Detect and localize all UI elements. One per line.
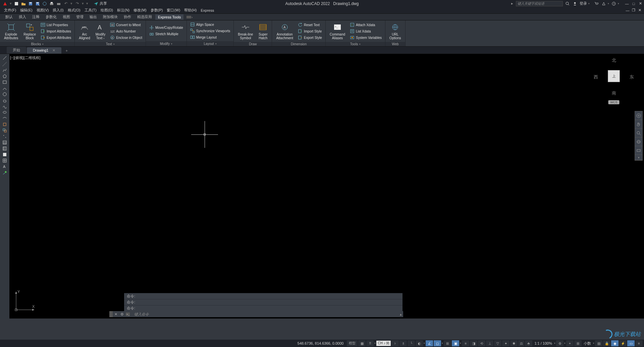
arc-tool-icon[interactable] (2, 85, 8, 91)
cmd-recent-icon[interactable]: ▴ (398, 312, 403, 316)
osnap-tracking-icon[interactable]: ◻ (434, 340, 441, 346)
customization-icon[interactable]: ≡ (635, 340, 643, 346)
hardware-accel-icon[interactable]: ⚡ (619, 340, 627, 346)
orbit-icon[interactable] (635, 137, 642, 146)
annotation-monitor-icon[interactable]: + (566, 340, 574, 346)
gradient-tool-icon[interactable] (2, 146, 8, 151)
status-model-button[interactable]: 模型 (347, 340, 358, 346)
polyline-tool-icon[interactable] (2, 67, 8, 72)
viewcube-east[interactable]: 东 (630, 74, 634, 80)
ribbon-tab-collaborate[interactable]: 协作 (121, 14, 134, 20)
nav-expand-icon[interactable]: ▾ (635, 155, 642, 160)
hatch-tool-icon[interactable] (2, 140, 8, 145)
viewcube-north[interactable]: 北 (612, 57, 616, 63)
search-icon[interactable] (565, 1, 570, 6)
search-input[interactable]: 键入关键字或短语 (516, 1, 563, 6)
mtext-tool-icon[interactable]: A (2, 164, 8, 169)
convert-mtext-button[interactable]: MtConvert to Mtext (109, 22, 144, 28)
login-label[interactable]: 登录 (580, 1, 587, 6)
saveas-icon[interactable] (35, 1, 41, 7)
file-tab-drawing1[interactable]: Drawing1✕ (27, 47, 61, 54)
object-snap-icon[interactable]: ▣ (452, 340, 459, 346)
panel-text-title[interactable]: Text▾ (75, 42, 146, 46)
ribbon-tab-manage[interactable]: 管理 (73, 14, 86, 20)
construction-line-icon[interactable] (2, 61, 8, 66)
scale-dropdown[interactable]: ▾ (554, 342, 555, 345)
workspace-switching-icon[interactable]: ⚙ (556, 340, 564, 346)
panel-modify-title[interactable]: Modify▾ (146, 41, 186, 46)
help-dropdown[interactable]: ▾ (618, 2, 619, 5)
ribbon-tab-annotate[interactable]: 注释 (30, 14, 42, 20)
table-tool-icon[interactable] (2, 158, 8, 163)
attach-xdata-button[interactable]: +Attach Xdata (348, 22, 383, 28)
import-attributes-button[interactable]: Import Attributes (39, 28, 72, 34)
replace-block-button[interactable]: Replace Block (21, 21, 38, 41)
workspace-dropdown[interactable]: ▾ (564, 342, 566, 345)
nav-wheel-icon[interactable] (635, 111, 642, 120)
annotation-attachment-button[interactable]: A Annotation Attachment (274, 21, 295, 41)
menu-modify[interactable]: 修改(M) (133, 8, 147, 13)
units-label[interactable]: 小数 (582, 341, 592, 346)
units-dropdown[interactable]: ▾ (593, 342, 594, 345)
breakline-button[interactable]: Break-line Symbol (236, 21, 255, 41)
menu-help[interactable]: 帮助(H) (184, 8, 197, 13)
web-open-icon[interactable] (42, 1, 48, 7)
enclose-object-button[interactable]: AEnclose in Object (109, 35, 144, 41)
line-tool-icon[interactable] (2, 55, 8, 60)
ribbon-tab-insert[interactable]: 插入 (16, 14, 29, 20)
cmd-input-placeholder[interactable]: 键入命令 (133, 312, 398, 317)
scale-label[interactable]: 1:1 / 100% (533, 341, 553, 345)
polar-dropdown[interactable]: ▾ (424, 342, 425, 345)
plot-icon[interactable] (49, 1, 55, 7)
share-button[interactable]: 共享 (94, 1, 107, 6)
app-menu-icon[interactable] (2, 1, 8, 7)
doc-minimize-button[interactable]: — (625, 8, 630, 13)
polygon-tool-icon[interactable] (2, 73, 8, 78)
ortho-toggle-icon[interactable]: └ (408, 340, 415, 346)
viewcube[interactable]: 北 南 东 西 上 WCS (594, 57, 634, 104)
infer-constraints-icon[interactable]: ⊦ (391, 340, 399, 346)
viewcube-south[interactable]: 南 (612, 90, 616, 96)
ucs-icon[interactable]: Y X (13, 289, 37, 312)
isodraft-icon[interactable]: ∠ (426, 340, 433, 346)
menu-format[interactable]: 格式(O) (68, 8, 80, 13)
grid-toggle-icon[interactable]: ▦ (358, 340, 366, 346)
annotation-visibility-icon[interactable]: ✱ (510, 340, 518, 346)
drawing-area[interactable]: A [−][俯视][二维线框] 北 南 东 西 上 WCS ▾ Y X 命令: … (0, 54, 644, 319)
super-hatch-button[interactable]: Super Hatch (256, 21, 270, 41)
menu-insert[interactable]: 插入(I) (53, 8, 63, 13)
panel-tools-title[interactable]: Tools▾ (326, 42, 385, 46)
ellipse-tool-icon[interactable] (2, 110, 8, 115)
panel-layout-title[interactable]: Layout▾ (187, 41, 234, 46)
ime-indicator[interactable]: CH ♪ 简 (376, 341, 391, 346)
clean-screen-icon[interactable]: ▭ (627, 340, 635, 346)
pan-icon[interactable] (635, 120, 642, 129)
ribbon-options[interactable] (186, 15, 193, 19)
snap-dropdown[interactable]: ▾ (374, 342, 376, 345)
cmd-drag-handle[interactable] (109, 311, 113, 317)
open-icon[interactable] (20, 1, 26, 7)
import-style-button[interactable]: Import Style (297, 28, 323, 34)
explode-attributes-button[interactable]: Explode Attributes (2, 21, 20, 41)
dynamic-input-icon[interactable]: ± (399, 340, 407, 346)
circle-tool-icon[interactable] (2, 92, 8, 97)
selection-filter-icon[interactable]: ▽ (494, 340, 501, 346)
export-style-button[interactable]: Export Style (297, 35, 323, 41)
lock-ui-icon[interactable]: 🔒 (603, 340, 610, 346)
units-icon[interactable]: ⊞ (574, 340, 582, 346)
menu-parametric[interactable]: 参数(P) (151, 8, 163, 13)
undo-icon[interactable]: ↶ (63, 1, 69, 7)
menu-express[interactable]: Express (201, 8, 214, 12)
revcloud-tool-icon[interactable] (2, 98, 8, 103)
ribbon-tab-output[interactable]: 输出 (87, 14, 100, 20)
help-icon[interactable]: ? (611, 1, 616, 6)
polar-tracking-icon[interactable]: ◐ (416, 340, 423, 346)
show-motion-icon[interactable] (635, 146, 642, 155)
menu-view[interactable]: 视图(V) (37, 8, 49, 13)
rectangle-tool-icon[interactable] (2, 79, 8, 84)
quick-properties-icon[interactable]: ▤ (595, 340, 602, 346)
ribbon-tab-parametric[interactable]: 参数化 (43, 14, 59, 20)
viewcube-west[interactable]: 西 (594, 74, 598, 80)
close-button[interactable]: ✕ (638, 1, 643, 6)
redo-icon[interactable]: ↷ (74, 1, 80, 7)
